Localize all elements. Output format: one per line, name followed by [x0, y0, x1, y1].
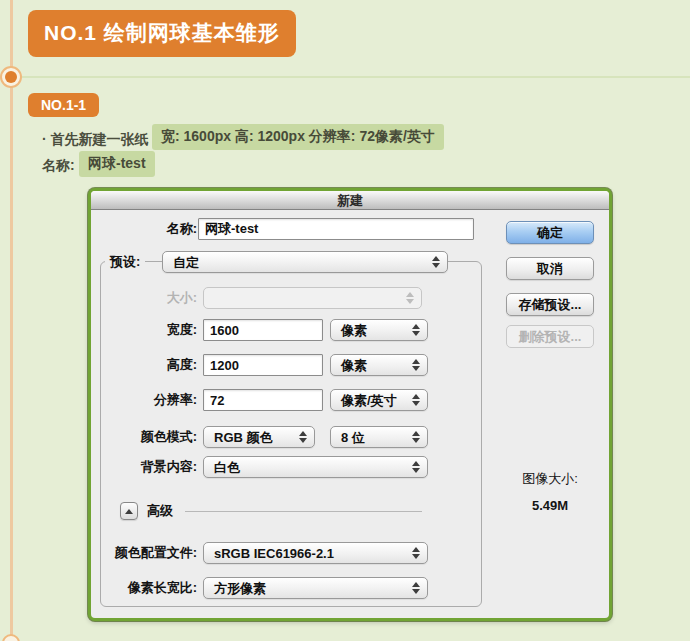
color-profile-field-label: 颜色配置文件:: [91, 542, 197, 564]
height-unit-select[interactable]: 像素: [330, 354, 428, 376]
timeline-horizontal-line: [20, 76, 690, 78]
name-field-label: 名称:: [91, 218, 197, 240]
stepper-arrows-icon: [412, 324, 420, 336]
stepper-arrows-icon: [432, 256, 440, 268]
resolution-input[interactable]: [203, 389, 323, 411]
cancel-button[interactable]: 取消: [506, 257, 594, 280]
color-mode-value: RGB 颜色: [214, 427, 273, 449]
pixel-aspect-field-label: 像素长宽比:: [91, 577, 197, 599]
ok-button[interactable]: 确定: [506, 221, 594, 244]
preset-select[interactable]: 自定: [162, 251, 448, 273]
pixel-aspect-value: 方形像素: [214, 578, 266, 600]
name-highlight: 网球-test: [79, 151, 155, 177]
resolution-unit-select[interactable]: 像素/英寸: [330, 389, 428, 411]
image-size-value: 5.49M: [490, 498, 610, 513]
color-profile-value: sRGB IEC61966-2.1: [214, 543, 334, 565]
image-size-label: 图像大小:: [490, 470, 610, 488]
stepper-arrows-icon: [406, 292, 414, 304]
specs-highlight: 宽: 1600px 高: 1200px 分辨率: 72像素/英寸: [152, 124, 444, 150]
width-input[interactable]: [203, 319, 323, 341]
timeline-node-icon: [0, 66, 22, 88]
stepper-arrows-icon: [412, 431, 420, 443]
step-intro-text: · 首先新建一张纸: [42, 131, 149, 149]
height-unit-value: 像素: [341, 355, 367, 377]
width-unit-select[interactable]: 像素: [330, 319, 428, 341]
advanced-divider: [185, 511, 422, 512]
stepper-arrows-icon: [299, 431, 307, 443]
stepper-arrows-icon: [412, 547, 420, 559]
width-field-label: 宽度:: [91, 319, 197, 341]
bit-depth-select[interactable]: 8 位: [330, 426, 428, 448]
timeline-node-bottom-icon: [2, 634, 20, 641]
size-select: [203, 287, 422, 309]
width-unit-value: 像素: [341, 320, 367, 342]
preset-field-label: 预设:: [105, 251, 145, 273]
step-badge: NO.1-1: [28, 93, 99, 117]
new-document-dialog: 新建 名称: 确定 取消 存储预设... 删除预设... 预设: 自定 大小: …: [88, 188, 612, 621]
color-profile-select[interactable]: sRGB IEC61966-2.1: [203, 542, 428, 564]
advanced-label: 高级: [147, 502, 173, 520]
size-field-label: 大小:: [91, 287, 197, 309]
bit-depth-value: 8 位: [341, 427, 365, 449]
height-field-label: 高度:: [91, 354, 197, 376]
background-contents-select[interactable]: 白色: [203, 456, 428, 478]
dialog-titlebar[interactable]: 新建: [91, 191, 609, 210]
section-title: NO.1 绘制网球基本雏形: [28, 10, 296, 57]
color-mode-field-label: 颜色模式:: [91, 426, 197, 448]
stepper-arrows-icon: [412, 394, 420, 406]
stepper-arrows-icon: [412, 582, 420, 594]
stepper-arrows-icon: [412, 359, 420, 371]
stepper-arrows-icon: [412, 461, 420, 473]
background-contents-value: 白色: [214, 457, 240, 479]
height-input[interactable]: [203, 354, 323, 376]
resolution-field-label: 分辨率:: [91, 389, 197, 411]
collapse-arrow-icon: [125, 509, 133, 514]
delete-preset-button: 删除预设...: [506, 325, 594, 348]
timeline-vertical-line: [10, 0, 13, 641]
tutorial-page: NO.1 绘制网球基本雏形 NO.1-1 · 首先新建一张纸 宽: 1600px…: [0, 0, 690, 641]
save-preset-button[interactable]: 存储预设...: [506, 293, 594, 316]
color-mode-select[interactable]: RGB 颜色: [203, 426, 315, 448]
pixel-aspect-select[interactable]: 方形像素: [203, 577, 428, 599]
timeline-node-dot-icon: [5, 71, 17, 83]
advanced-disclosure-button[interactable]: [120, 502, 138, 520]
preset-value: 自定: [173, 252, 199, 274]
name-input[interactable]: [198, 218, 474, 240]
resolution-unit-value: 像素/英寸: [341, 390, 397, 412]
name-label-text: 名称:: [42, 157, 75, 175]
background-contents-field-label: 背景内容:: [91, 456, 197, 478]
dialog-title: 新建: [337, 193, 363, 208]
